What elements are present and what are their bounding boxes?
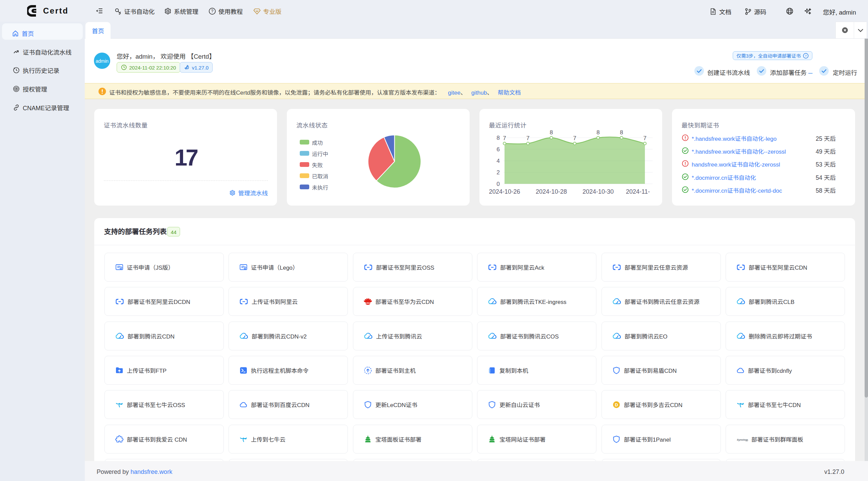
svg-text:2024-10-26: 2024-10-26 <box>489 188 520 195</box>
svg-text:8: 8 <box>550 129 553 136</box>
svg-text:D: D <box>615 402 618 407</box>
svg-text:Synology: Synology <box>737 438 748 441</box>
svg-text:4: 4 <box>497 158 500 164</box>
svg-text:7: 7 <box>503 135 506 141</box>
svg-text:2024-11-: 2024-11- <box>626 188 650 195</box>
svg-text:7: 7 <box>573 135 576 141</box>
svg-text:8: 8 <box>620 129 623 136</box>
svg-text:7: 7 <box>643 135 646 141</box>
svg-text:2024-10-28: 2024-10-28 <box>536 188 567 195</box>
svg-text:0: 0 <box>497 181 500 187</box>
svg-text:2: 2 <box>497 169 500 176</box>
svg-text:6: 6 <box>497 146 500 153</box>
svg-text:2024-10-30: 2024-10-30 <box>583 188 614 195</box>
svg-text:?: ? <box>805 54 807 58</box>
svg-text:?: ? <box>211 9 214 14</box>
svg-text:8: 8 <box>497 135 500 141</box>
svg-text:7: 7 <box>526 135 529 141</box>
svg-text:8: 8 <box>596 129 599 136</box>
